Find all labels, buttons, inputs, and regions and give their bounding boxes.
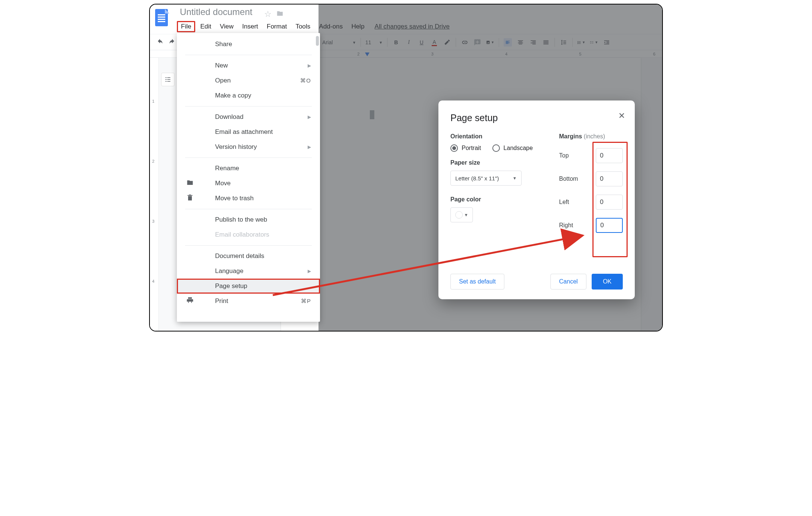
trash-icon	[185, 194, 195, 204]
paper-size-value: Letter (8.5" x 11")	[455, 175, 499, 182]
menu-item-download[interactable]: Download▶	[177, 110, 320, 124]
print-icon	[185, 297, 195, 306]
margins-label: Margins (inches)	[559, 133, 623, 140]
menu-item-email-collaborators: Email collaborators	[177, 227, 320, 242]
ruler-tick: 2	[152, 159, 154, 164]
menu-item-publish[interactable]: Publish to the web	[177, 212, 320, 227]
ruler-tick: 3	[152, 219, 154, 224]
color-swatch-icon	[455, 211, 463, 219]
menu-item-move-to-trash[interactable]: Move to trash	[177, 191, 320, 206]
menu-item-make-copy[interactable]: Make a copy	[177, 88, 320, 103]
ruler-tick: 1	[152, 99, 154, 104]
separator	[185, 245, 312, 246]
keyboard-shortcut: ⌘P	[301, 298, 311, 304]
radio-selected-icon	[450, 144, 458, 152]
menu-item-open[interactable]: Open⌘O	[177, 73, 320, 88]
undo-button[interactable]	[156, 38, 164, 46]
menu-item-print[interactable]: Print⌘P	[177, 294, 320, 309]
file-menu-dropdown: Share New▶ Open⌘O Make a copy Download▶ …	[177, 33, 320, 322]
menu-item-new[interactable]: New▶	[177, 58, 320, 73]
margin-left-input[interactable]	[596, 195, 623, 210]
outline-toggle-button[interactable]	[161, 73, 175, 86]
orientation-portrait-radio[interactable]: Portrait	[450, 144, 481, 152]
margin-right-input[interactable]	[596, 218, 623, 233]
document-title[interactable]: Untitled document	[180, 7, 252, 17]
redo-button[interactable]	[168, 38, 176, 46]
margin-top-label: Top	[559, 152, 569, 159]
submenu-arrow-icon: ▶	[308, 63, 311, 68]
separator	[185, 158, 312, 158]
radio-label: Portrait	[462, 145, 481, 152]
folder-icon	[185, 179, 195, 188]
separator	[185, 55, 312, 55]
menu-item-rename[interactable]: Rename	[177, 161, 320, 176]
orientation-landscape-radio[interactable]: Landscape	[492, 144, 533, 152]
cancel-button[interactable]: Cancel	[550, 274, 586, 290]
star-icon[interactable]: ☆	[264, 9, 272, 19]
page-color-label: Page color	[450, 196, 544, 203]
ruler-tick: 4	[152, 279, 154, 284]
submenu-arrow-icon: ▶	[308, 114, 311, 120]
menu-item-version-history[interactable]: Version history▶	[177, 140, 320, 154]
menu-file[interactable]: File	[177, 21, 195, 32]
margin-right-label: Right	[559, 222, 573, 229]
page-color-select[interactable]: ▼	[450, 207, 473, 222]
separator	[185, 106, 312, 106]
margin-top-input[interactable]	[596, 148, 623, 163]
separator	[185, 209, 312, 209]
menu-item-email-attachment[interactable]: Email as attachment	[177, 124, 320, 140]
submenu-arrow-icon: ▶	[308, 268, 311, 274]
keyboard-shortcut: ⌘O	[300, 77, 311, 84]
page-setup-dialog: Page setup ✕ Orientation Portrait Landsc…	[438, 100, 635, 299]
caret-down-icon: ▼	[513, 176, 517, 180]
menu-insert[interactable]: Insert	[238, 21, 262, 32]
docs-logo-icon[interactable]	[155, 9, 170, 28]
menu-item-share[interactable]: Share	[177, 37, 320, 52]
orientation-label: Orientation	[450, 133, 544, 140]
menu-item-page-setup[interactable]: Page setup	[177, 279, 320, 294]
caret-down-icon: ▼	[464, 213, 468, 217]
menu-item-document-details[interactable]: Document details	[177, 249, 320, 264]
submenu-arrow-icon: ▶	[308, 144, 311, 150]
vertical-ruler[interactable]: 1 2 3 4	[150, 58, 159, 331]
close-button[interactable]: ✕	[618, 111, 625, 121]
radio-label: Landscape	[504, 145, 533, 152]
menu-edit[interactable]: Edit	[196, 21, 215, 32]
menu-view[interactable]: View	[216, 21, 238, 32]
margin-left-label: Left	[559, 199, 569, 206]
menu-item-language[interactable]: Language▶	[177, 264, 320, 279]
radio-unselected-icon	[492, 144, 500, 152]
ok-button[interactable]: OK	[592, 274, 623, 290]
folder-move-icon[interactable]	[276, 9, 284, 19]
dialog-title: Page setup	[450, 112, 623, 123]
menu-format[interactable]: Format	[263, 21, 291, 32]
menu-item-move[interactable]: Move	[177, 176, 320, 191]
margin-bottom-input[interactable]	[596, 171, 623, 186]
set-as-default-button[interactable]: Set as default	[450, 274, 504, 290]
paper-size-select[interactable]: Letter (8.5" x 11") ▼	[450, 171, 522, 186]
menu-tools[interactable]: Tools	[292, 21, 314, 32]
margin-bottom-label: Bottom	[559, 176, 578, 182]
paper-size-label: Paper size	[450, 159, 544, 166]
